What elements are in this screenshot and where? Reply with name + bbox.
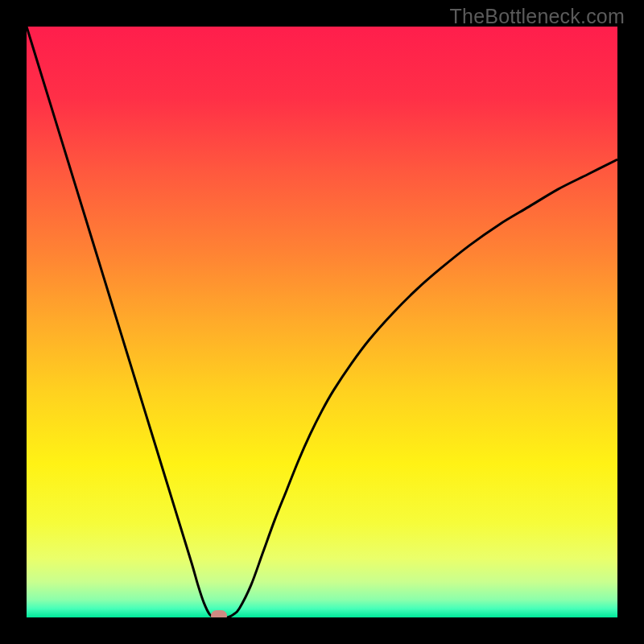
chart-frame: TheBottleneck.com (0, 0, 644, 644)
site-watermark: TheBottleneck.com (450, 5, 625, 28)
plot-area (27, 27, 617, 617)
optimum-marker (211, 610, 227, 617)
bottleneck-curve (27, 27, 617, 617)
